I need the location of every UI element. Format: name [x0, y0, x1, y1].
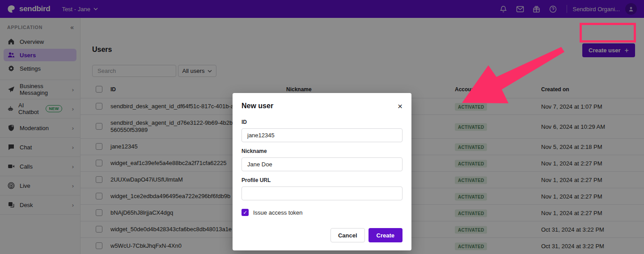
profile-url-field[interactable]: [242, 186, 402, 200]
nickname-field-label: Nickname: [242, 148, 402, 154]
checkbox-label: Issue access token: [253, 209, 303, 216]
cancel-button[interactable]: Cancel: [330, 228, 365, 242]
sendbird-dashboard: sendbird Test - Jane Sendbird Organi...: [0, 0, 644, 254]
issue-access-token-checkbox-row[interactable]: ✓ Issue access token: [242, 209, 402, 216]
new-user-modal: New user × ID Nickname Profile URL ✓ Iss…: [233, 93, 411, 250]
id-field[interactable]: [242, 128, 402, 142]
create-button[interactable]: Create: [369, 228, 402, 242]
nickname-field[interactable]: [242, 157, 402, 171]
profile-url-field-label: Profile URL: [242, 177, 402, 183]
close-icon[interactable]: ×: [398, 102, 402, 110]
checkbox-checked-icon[interactable]: ✓: [242, 209, 249, 216]
id-field-label: ID: [242, 119, 402, 125]
modal-title: New user: [242, 102, 273, 110]
